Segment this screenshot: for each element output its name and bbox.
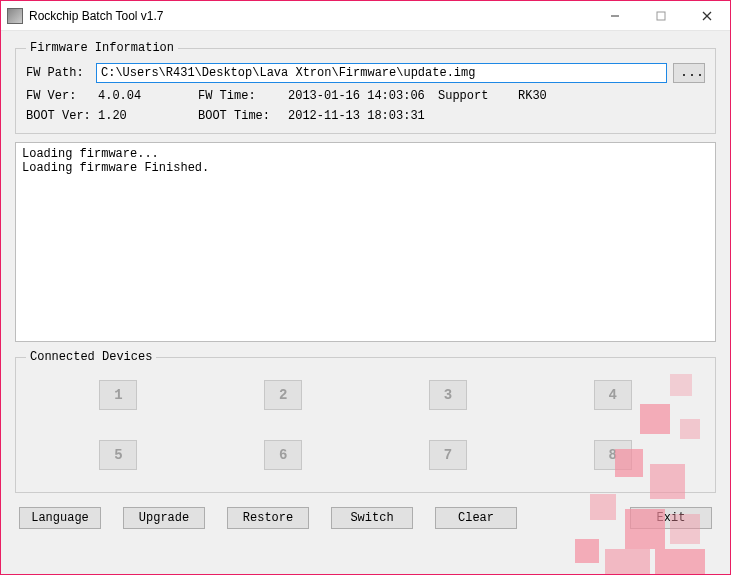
upgrade-button[interactable]: Upgrade	[123, 507, 205, 529]
maximize-button[interactable]	[638, 1, 684, 31]
support-value: RK30	[518, 89, 598, 103]
window-title: Rockchip Batch Tool v1.7	[29, 9, 592, 23]
app-window: Rockchip Batch Tool v1.7 Firmware Inform…	[0, 0, 731, 575]
fw-ver-value: 4.0.04	[98, 89, 198, 103]
boot-time-value: 2012-11-13 18:03:31	[288, 109, 438, 123]
connected-devices-legend: Connected Devices	[26, 350, 156, 364]
log-output[interactable]: Loading firmware... Loading firmware Fin…	[15, 142, 716, 342]
fw-time-label: FW Time:	[198, 89, 288, 103]
app-icon	[7, 8, 23, 24]
close-icon	[702, 11, 712, 21]
devices-grid: 1 2 3 4 5 6 7 8	[26, 372, 705, 482]
device-slot-5[interactable]: 5	[99, 440, 137, 470]
device-slot-8[interactable]: 8	[594, 440, 632, 470]
fw-path-input[interactable]	[96, 63, 667, 83]
boot-time-label: BOOT Time:	[198, 109, 288, 123]
fw-time-value: 2013-01-16 14:03:06	[288, 89, 438, 103]
clear-button[interactable]: Clear	[435, 507, 517, 529]
restore-button[interactable]: Restore	[227, 507, 309, 529]
client-area: Firmware Information FW Path: ... FW Ver…	[1, 31, 730, 574]
device-slot-3[interactable]: 3	[429, 380, 467, 410]
firmware-info-group: Firmware Information FW Path: ... FW Ver…	[15, 41, 716, 134]
firmware-info-legend: Firmware Information	[26, 41, 178, 55]
fw-ver-label: FW Ver:	[26, 89, 98, 103]
device-slot-6[interactable]: 6	[264, 440, 302, 470]
firmware-info-grid: FW Ver: 4.0.04 FW Time: 2013-01-16 14:03…	[26, 89, 705, 123]
exit-button[interactable]: Exit	[630, 507, 712, 529]
boot-ver-label: BOOT Ver:	[26, 109, 98, 123]
titlebar: Rockchip Batch Tool v1.7	[1, 1, 730, 31]
bottom-toolbar: Language Upgrade Restore Switch Clear Ex…	[15, 501, 716, 535]
fw-path-row: FW Path: ...	[26, 63, 705, 83]
log-line: Loading firmware Finished.	[22, 161, 209, 175]
device-slot-2[interactable]: 2	[264, 380, 302, 410]
log-line: Loading firmware...	[22, 147, 159, 161]
device-slot-1[interactable]: 1	[99, 380, 137, 410]
spacer	[539, 507, 608, 529]
maximize-icon	[656, 11, 666, 21]
device-slot-4[interactable]: 4	[594, 380, 632, 410]
fw-path-label: FW Path:	[26, 66, 96, 80]
connected-devices-group: Connected Devices 1 2 3 4 5 6 7 8	[15, 350, 716, 493]
switch-button[interactable]: Switch	[331, 507, 413, 529]
minimize-button[interactable]	[592, 1, 638, 31]
boot-ver-value: 1.20	[98, 109, 198, 123]
browse-button[interactable]: ...	[673, 63, 705, 83]
minimize-icon	[610, 11, 620, 21]
support-label: Support	[438, 89, 518, 103]
device-slot-7[interactable]: 7	[429, 440, 467, 470]
close-button[interactable]	[684, 1, 730, 31]
language-button[interactable]: Language	[19, 507, 101, 529]
svg-rect-1	[657, 12, 665, 20]
